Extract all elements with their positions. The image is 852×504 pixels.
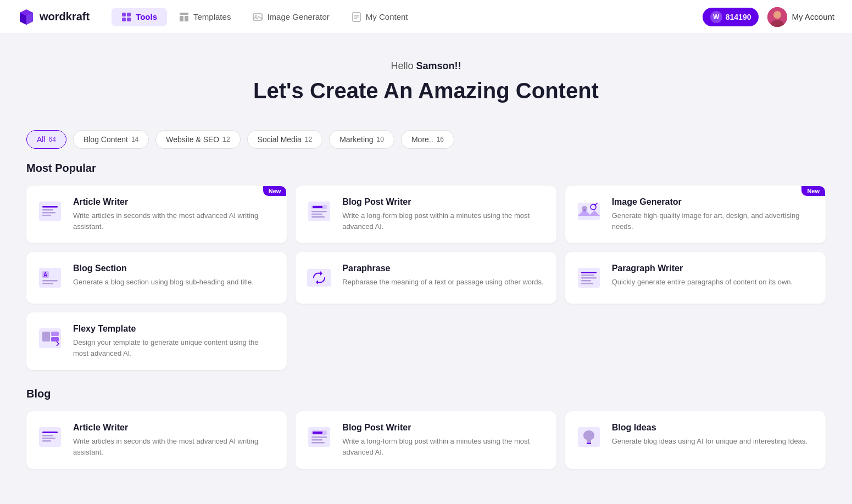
svg-rect-53	[42, 435, 53, 436]
svg-rect-51	[39, 427, 61, 447]
svg-rect-10	[253, 14, 262, 20]
svg-rect-55	[42, 440, 51, 442]
svg-rect-46	[581, 283, 593, 284]
svg-rect-9	[185, 16, 188, 21]
card-title: Blog Post Writer	[342, 197, 544, 207]
svg-rect-48	[42, 332, 50, 341]
hero-title: Let's Create An Amazing Content	[13, 77, 839, 104]
svg-rect-33	[39, 268, 61, 288]
card-article-writer[interactable]: Article Writer Write articles in seconds…	[26, 411, 287, 469]
nav-right: W 814190 My Account	[703, 7, 834, 27]
card-icon	[305, 197, 333, 226]
svg-rect-60	[311, 439, 322, 441]
svg-rect-61	[311, 442, 325, 444]
svg-rect-59	[311, 436, 327, 438]
card-paragraph-writer[interactable]: Paragraph Writer Quickly generate entire…	[565, 252, 826, 304]
card-blog-ideas[interactable]: Blog Ideas Generate blog ideas using AI …	[565, 411, 826, 469]
account-label: My Account	[792, 12, 834, 21]
badge-new: New	[801, 186, 825, 196]
filter-chip-marketing[interactable]: Marketing10	[329, 130, 394, 149]
card-title: Paraphrase	[342, 264, 544, 273]
image-generator-icon	[253, 12, 263, 22]
svg-rect-23	[42, 215, 51, 216]
svg-rect-30	[578, 203, 600, 220]
svg-rect-44	[581, 277, 597, 279]
card-icon	[305, 423, 333, 451]
hero-section: Hello Samson!! Let's Create An Amazing C…	[0, 34, 852, 121]
card-blog-post-writer[interactable]: Blog Post Writer Write a long-form blog …	[296, 186, 556, 243]
card-desc: Write articles in seconds with the most …	[73, 436, 275, 457]
svg-rect-52	[42, 432, 58, 433]
filter-chip-blog-content[interactable]: Blog Content14	[73, 130, 149, 149]
account-area[interactable]: My Account	[767, 7, 834, 27]
svg-rect-58	[313, 432, 322, 434]
nav-my-content[interactable]: My Content	[342, 8, 418, 26]
avatar	[767, 7, 787, 27]
navbar: wordkraft Tools Templates	[0, 0, 852, 34]
svg-rect-20	[42, 206, 58, 208]
my-content-icon	[352, 12, 361, 22]
svg-rect-8	[180, 16, 183, 21]
blog-grid: Article Writer Write articles in seconds…	[26, 411, 826, 469]
card-desc: Generate a blog section using blog sub-h…	[73, 277, 275, 288]
credits-badge[interactable]: W 814190	[703, 8, 759, 26]
filter-chip-all[interactable]: All64	[26, 130, 66, 149]
blog-title: Blog	[26, 388, 826, 400]
logo[interactable]: wordkraft	[18, 8, 90, 26]
card-title: Article Writer	[73, 423, 275, 433]
credits-w-icon: W	[710, 11, 722, 23]
svg-rect-54	[42, 438, 55, 439]
nav-templates[interactable]: Templates	[169, 8, 241, 26]
nav-links: Tools Templates Image Generator	[112, 8, 703, 26]
svg-rect-7	[180, 13, 188, 15]
svg-rect-19	[39, 201, 61, 221]
badge-new: New	[263, 186, 287, 196]
svg-rect-4	[127, 13, 131, 16]
filter-chip-website-&-seo[interactable]: Website & SEO12	[155, 130, 240, 149]
card-blog-post-writer[interactable]: Blog Post Writer Write a long-form blog …	[296, 411, 556, 469]
card-icon	[36, 197, 64, 226]
blog-section: Blog Article Writer Write articles in se…	[26, 388, 826, 469]
card-title: Blog Ideas	[612, 423, 814, 433]
card-desc: Write a long-form blog post within a min…	[342, 210, 544, 232]
svg-text:A: A	[43, 272, 47, 278]
most-popular-title: Most Popular	[26, 162, 826, 175]
filter-chip-social-media[interactable]: Social Media12	[247, 130, 323, 149]
svg-rect-22	[42, 212, 55, 214]
svg-rect-29	[311, 216, 325, 218]
svg-rect-3	[122, 13, 126, 16]
svg-rect-50	[51, 337, 59, 341]
svg-point-17	[773, 11, 781, 19]
filter-row: All64Blog Content14Website & SEO12Social…	[0, 121, 852, 162]
svg-rect-5	[122, 18, 126, 21]
svg-rect-49	[51, 332, 59, 336]
card-desc: Generate high-quality image for art, des…	[612, 210, 814, 232]
card-icon	[36, 324, 64, 352]
card-blog-section[interactable]: A Blog Section Generate a blog section u…	[26, 252, 287, 304]
filter-chip-more..[interactable]: More..16	[401, 130, 454, 149]
most-popular-section: Most Popular New Article Writer Write ar…	[26, 162, 826, 370]
card-paraphrase[interactable]: Paraphrase Repharase the meaning of a te…	[296, 252, 556, 304]
nav-tools[interactable]: Tools	[112, 8, 167, 26]
card-title: Article Writer	[73, 197, 275, 207]
svg-rect-43	[581, 275, 594, 276]
svg-point-11	[255, 15, 257, 16]
card-title: Paragraph Writer	[612, 264, 814, 273]
svg-rect-37	[42, 283, 53, 284]
nav-image-generator[interactable]: Image Generator	[243, 8, 339, 26]
svg-rect-21	[42, 209, 53, 211]
card-desc: Write articles in seconds with the most …	[73, 210, 275, 232]
card-desc: Repharase the meaning of a text or passa…	[342, 277, 544, 288]
card-desc: Quickly generate entire paragraphs of co…	[612, 277, 814, 288]
svg-rect-6	[127, 18, 131, 21]
card-flexy-template[interactable]: Flexy Template Design your template to g…	[26, 312, 287, 370]
hero-greeting: Hello Samson!!	[13, 60, 839, 72]
card-image-generator[interactable]: New Image Generator Generate high-qualit…	[565, 186, 826, 243]
svg-rect-26	[313, 206, 322, 208]
card-article-writer[interactable]: New Article Writer Write articles in sec…	[26, 186, 287, 243]
card-icon	[36, 423, 64, 451]
card-title: Blog Section	[73, 264, 275, 273]
tools-icon	[121, 12, 131, 22]
svg-rect-45	[581, 280, 591, 282]
card-icon	[575, 197, 603, 226]
